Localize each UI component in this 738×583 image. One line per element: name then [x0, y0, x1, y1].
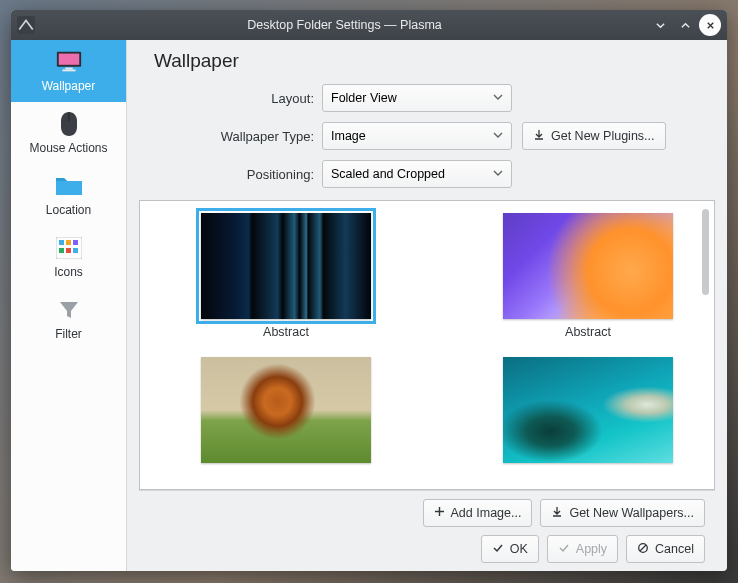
- sidebar-item-mouse-actions[interactable]: Mouse Actions: [11, 102, 126, 164]
- svg-rect-10: [66, 248, 71, 253]
- wallpaper-item: [482, 357, 694, 469]
- wallpaper-item: Abstract: [482, 213, 694, 339]
- wallpaper-name: Abstract: [263, 325, 309, 339]
- svg-rect-2: [65, 68, 72, 70]
- svg-rect-3: [62, 69, 75, 71]
- layout-combo-value: Folder View: [331, 91, 397, 105]
- svg-rect-11: [73, 248, 78, 253]
- chevron-down-icon: [493, 129, 503, 143]
- positioning-label: Positioning:: [157, 167, 322, 182]
- get-new-plugins-label: Get New Plugins...: [551, 129, 655, 143]
- chevron-down-icon: [493, 167, 503, 181]
- sidebar-item-filter[interactable]: Filter: [11, 288, 126, 350]
- gallery-scrollbar[interactable]: [702, 209, 709, 295]
- monitor-icon: [55, 50, 83, 74]
- wallpaper-thumbnail[interactable]: [201, 357, 371, 463]
- main-panel: Wallpaper Layout: Folder View Wallpaper …: [127, 40, 727, 571]
- window-close-button[interactable]: [699, 14, 721, 36]
- svg-rect-6: [59, 240, 64, 245]
- download-icon: [533, 129, 545, 144]
- wallpaper-name: Abstract: [565, 325, 611, 339]
- plus-icon: [434, 506, 445, 520]
- sidebar-item-label: Location: [46, 203, 91, 217]
- window-maximize-button[interactable]: [674, 14, 696, 36]
- settings-window: Desktop Folder Settings — Plasma Wallpap…: [11, 10, 727, 571]
- positioning-combo[interactable]: Scaled and Cropped: [322, 160, 512, 188]
- form-area: Layout: Folder View Wallpaper Type: Imag…: [157, 84, 715, 198]
- ok-button[interactable]: OK: [481, 535, 539, 563]
- wallpaper-thumbnail[interactable]: [201, 213, 371, 319]
- dialog-footer: Add Image... Get New Wallpapers...: [139, 490, 715, 571]
- cancel-button[interactable]: Cancel: [626, 535, 705, 563]
- add-image-label: Add Image...: [451, 506, 522, 520]
- mouse-icon: [55, 112, 83, 136]
- layout-label: Layout:: [157, 91, 322, 106]
- wallpaper-gallery: Abstract Abstract: [139, 200, 715, 490]
- chevron-down-icon: [493, 91, 503, 105]
- app-icon: [17, 16, 35, 34]
- svg-rect-7: [66, 240, 71, 245]
- block-icon: [637, 542, 649, 557]
- window-minimize-button[interactable]: [649, 14, 671, 36]
- sidebar-item-label: Mouse Actions: [29, 141, 107, 155]
- svg-line-13: [640, 545, 646, 551]
- apply-button[interactable]: Apply: [547, 535, 618, 563]
- check-icon: [558, 542, 570, 557]
- page-title: Wallpaper: [154, 50, 715, 72]
- wallpaper-thumbnail[interactable]: [503, 213, 673, 319]
- sidebar-item-label: Filter: [55, 327, 82, 341]
- sidebar-item-icons[interactable]: Icons: [11, 226, 126, 288]
- wallpaper-type-combo[interactable]: Image: [322, 122, 512, 150]
- sidebar-item-location[interactable]: Location: [11, 164, 126, 226]
- folder-icon: [55, 174, 83, 198]
- wallpaper-type-value: Image: [331, 129, 366, 143]
- wallpaper-type-label: Wallpaper Type:: [157, 129, 322, 144]
- svg-rect-1: [58, 54, 79, 65]
- add-image-button[interactable]: Add Image...: [423, 499, 533, 527]
- check-icon: [492, 542, 504, 557]
- get-new-plugins-button[interactable]: Get New Plugins...: [522, 122, 666, 150]
- wallpaper-thumbnail[interactable]: [503, 357, 673, 463]
- positioning-value: Scaled and Cropped: [331, 167, 445, 181]
- window-title: Desktop Folder Settings — Plasma: [43, 18, 646, 32]
- apply-label: Apply: [576, 542, 607, 556]
- sidebar-item-label: Wallpaper: [42, 79, 96, 93]
- sidebar-item-wallpaper[interactable]: Wallpaper: [11, 40, 126, 102]
- icons-grid-icon: [55, 236, 83, 260]
- get-new-wallpapers-label: Get New Wallpapers...: [569, 506, 694, 520]
- wallpaper-item: Abstract: [180, 213, 392, 339]
- download-icon: [551, 506, 563, 521]
- cancel-label: Cancel: [655, 542, 694, 556]
- wallpaper-item: [180, 357, 392, 469]
- sidebar: Wallpaper Mouse Actions Location Icons: [11, 40, 127, 571]
- get-new-wallpapers-button[interactable]: Get New Wallpapers...: [540, 499, 705, 527]
- svg-rect-8: [73, 240, 78, 245]
- ok-label: OK: [510, 542, 528, 556]
- layout-combo[interactable]: Folder View: [322, 84, 512, 112]
- sidebar-item-label: Icons: [54, 265, 83, 279]
- funnel-icon: [55, 298, 83, 322]
- svg-rect-9: [59, 248, 64, 253]
- titlebar: Desktop Folder Settings — Plasma: [11, 10, 727, 40]
